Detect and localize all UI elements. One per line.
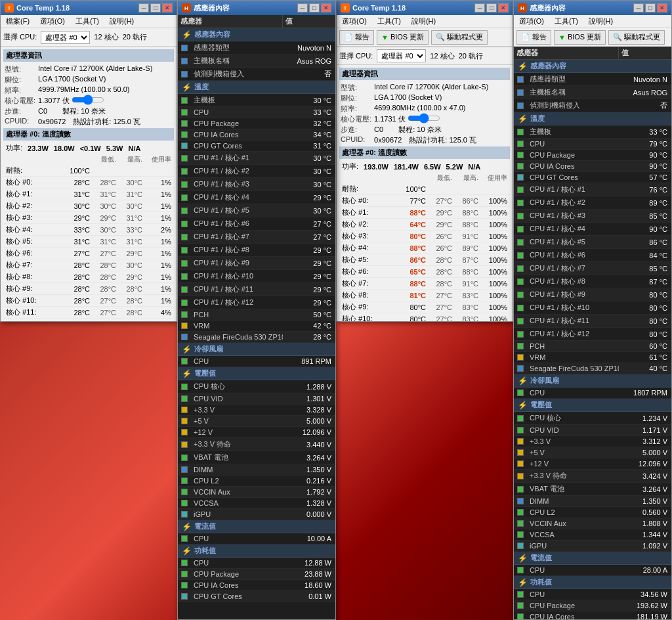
hwinfo-menu-help-right[interactable]: 說明(H)	[586, 16, 616, 26]
power-val-3: <0.1W	[80, 144, 101, 152]
hwinfo-item-5-2: CPU IA Cores181.19 W	[514, 611, 671, 619]
hwinfo-report-btn-right[interactable]: 📄 報告	[516, 30, 551, 45]
hwinfo-item-1-1: CPU33 °C	[178, 107, 335, 118]
core-row-4: 核心 #4: 88°C 26°C 89°C 100%	[339, 242, 510, 254]
hwinfo-item-1-13: CPU #1 / 核心 #929 °C	[178, 257, 335, 270]
sensor-icon-1-0	[181, 97, 188, 104]
minimize-btn-2[interactable]: ─	[474, 3, 485, 12]
temp-cols-header-1: 最低. 最高. 使用率	[3, 154, 174, 165]
hwinfo-item-3-0: CPU 核心1.234 V	[514, 412, 671, 425]
sensor-icon-3-4	[517, 460, 524, 467]
maximize-btn-2[interactable]: □	[486, 3, 497, 12]
hwinfo-item-1-0: 主機板30 °C	[178, 94, 335, 107]
socket-value-1: LGA 1700 (Socket V)	[38, 75, 173, 85]
minimize-hwinfo-left[interactable]: ─	[297, 3, 308, 12]
stepping-label-1: 步進:	[5, 106, 35, 116]
hwinfo-group-3: ⚡電壓值	[178, 367, 335, 380]
hwinfo-item-1-14: CPU #1 / 核心 #1029 °C	[178, 270, 335, 283]
hwinfo-item-4-0: CPU10.00 A	[178, 533, 335, 544]
hwinfo-toolbar-right: 📄 報告 ▼ BIOS 更新 🔍 驅動程式更	[514, 28, 671, 47]
sensor-icon-1-17	[181, 311, 188, 318]
core-row-2: 核心 #2: 30°C 30°C 30°C 1%	[3, 200, 174, 212]
menu-help-1[interactable]: 說明(H)	[107, 16, 136, 26]
sensor-icon-3-1	[181, 395, 188, 402]
windows-container: T Core Temp 1.18 ─ □ ✕ 檔案(F) 選項(O) 工具(T)…	[0, 0, 672, 620]
hwinfo-item-1-19: Seagate FireCuda 530 ZP100...40 °C	[514, 363, 671, 374]
maximize-hwinfo-left[interactable]: □	[309, 3, 320, 12]
maximize-hwinfo-right[interactable]: □	[645, 3, 656, 12]
menu-tools-1[interactable]: 工具(T)	[73, 16, 102, 26]
sensor-icon-3-2	[517, 438, 524, 445]
cpu-select-1[interactable]: 處理器 #0	[41, 31, 90, 44]
hwinfo-item-1-18: VRM61 °C	[514, 352, 671, 363]
hwinfo-item-3-6: VBAT 電池3.264 V	[178, 451, 335, 464]
sensor-icon-1-12	[181, 247, 188, 254]
sensor-icon-1-2	[181, 120, 188, 127]
hwinfo-item-1-9: CPU #1 / 核心 #530 °C	[178, 204, 335, 217]
core-row-3: 核心 #3: 80°C 26°C 91°C 100%	[339, 231, 510, 242]
hwinfo-item-3-4: +12 V12.096 V	[178, 427, 335, 438]
menu-help-2[interactable]: 說明(H)	[409, 16, 438, 26]
menu-file-1[interactable]: 檔案(F)	[3, 16, 32, 26]
hwinfo-item-1-13: CPU #1 / 核心 #980 °C	[514, 288, 671, 301]
hwinfo-menu-options-right[interactable]: 選項(O)	[516, 16, 547, 26]
hwinfo-item-1-7: CPU #1 / 核心 #330 °C	[178, 178, 335, 191]
core-row-7: 核心 #7: 28°C 28°C 30°C 1%	[3, 259, 174, 271]
hwinfo-item-3-5: +3.3 V 待命3.440 V	[178, 438, 335, 451]
minimize-btn-1[interactable]: ─	[138, 3, 149, 12]
voltage-slider-1[interactable]	[72, 97, 104, 103]
maximize-btn-1[interactable]: □	[150, 3, 161, 12]
temp-cols-header-2: 最低. 最高. 使用率	[339, 173, 510, 183]
sensor-icon-5-0	[181, 560, 188, 566]
sensor-icon-3-4	[181, 429, 188, 435]
close-hwinfo-left[interactable]: ✕	[321, 3, 331, 12]
sensor-icon-5-2	[517, 613, 524, 619]
hwinfo-item-3-11: iGPU1.092 V	[514, 541, 671, 552]
hwinfo-menubar-right: 選項(O) 工具(T) 說明(H)	[514, 15, 671, 28]
sensor-icon-4-0	[181, 535, 188, 542]
menu-tools-2[interactable]: 工具(T)	[375, 16, 404, 26]
hwinfo-item-0-1: 主機板名稱Asus ROG	[514, 86, 671, 99]
voltage-value-1: 1.3077 伏	[38, 96, 173, 106]
report-btn[interactable]: 📄 報告	[339, 30, 374, 45]
sensor-icon-1-11	[181, 234, 188, 240]
close-hwinfo-right[interactable]: ✕	[657, 3, 667, 12]
sensor-icon-4-0	[517, 567, 524, 573]
driver-btn[interactable]: 🔍 驅動程式更	[431, 30, 488, 45]
freq-value-1: 4999.79MHz (100.00 x 50.0)	[38, 85, 173, 95]
titlebar-2: T Core Temp 1.18 ─ □ ✕	[337, 1, 513, 15]
stepping-value-1: C0 製程: 10 奈米	[38, 106, 173, 116]
menu-options-2[interactable]: 選項(O)	[339, 16, 369, 26]
close-btn-1[interactable]: ✕	[162, 3, 173, 12]
bios-btn[interactable]: ▼ BIOS 更新	[377, 30, 429, 45]
core-row-6: 核心 #6: 65°C 28°C 88°C 100%	[339, 266, 510, 278]
hwinfo-controls-left: ─ □ ✕	[297, 3, 331, 12]
hwinfo-item-5-0: CPU12.88 W	[178, 558, 335, 569]
power-row-2: 功率: 193.0W 181.4W 6.5W 5.2W N/A	[339, 160, 510, 173]
menu-options-1[interactable]: 選項(O)	[37, 16, 68, 26]
hwinfo-item-3-2: +3.3 V3.328 V	[178, 405, 335, 416]
hwinfo-menu-tools-right[interactable]: 工具(T)	[552, 16, 581, 26]
voltage-label-1: 核心電壓:	[5, 96, 35, 106]
voltage-slider-2[interactable]	[408, 115, 440, 122]
cores-label-2: 12 核心	[430, 51, 454, 61]
close-btn-2[interactable]: ✕	[498, 3, 509, 12]
hwinfo-bios-btn-right[interactable]: ▼ BIOS 更新	[554, 30, 606, 45]
耐熱-row-1: 耐熱: 100°C	[3, 165, 174, 177]
core-row-0: 核心 #0: 77°C 27°C 86°C 100%	[339, 195, 510, 207]
cores-container-2: 核心 #0: 77°C 27°C 86°C 100% 核心 #1: 88°C 2…	[339, 195, 510, 321]
hwinfo-item-1-3: CPU IA Cores90 °C	[514, 161, 671, 172]
sensor-icon-3-10	[517, 531, 524, 538]
hwinfo-item-5-2: CPU IA Cores18.60 W	[178, 580, 335, 591]
sensor-icon-5-0	[517, 591, 524, 598]
sensor-icon-1-6	[517, 200, 524, 206]
minimize-hwinfo-right[interactable]: ─	[633, 3, 644, 12]
hwinfo-item-1-7: CPU #1 / 核心 #385 °C	[514, 210, 671, 223]
sensor-icon-1-13	[517, 292, 524, 298]
sensor-icon-1-12	[517, 278, 524, 285]
sensor-icon-1-10	[517, 252, 524, 259]
sensor-icon-3-1	[517, 427, 524, 433]
hwinfo-item-1-10: CPU #1 / 核心 #684 °C	[514, 249, 671, 262]
hwinfo-driver-btn-right[interactable]: 🔍 驅動程式更	[608, 30, 665, 45]
cpu-select-2[interactable]: 處理器 #0	[377, 49, 426, 62]
